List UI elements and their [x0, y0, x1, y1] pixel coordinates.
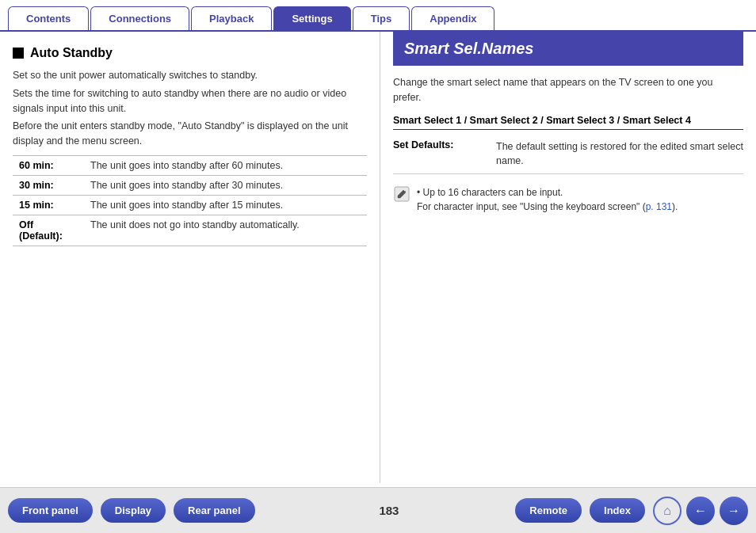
right-desc: Change the smart select name that appear… [393, 75, 743, 105]
standby-table: 60 min:The unit goes into standby after … [13, 155, 367, 246]
table-row: Off (Default):The unit does not go into … [13, 215, 367, 246]
front-panel-button[interactable]: Front panel [8, 498, 93, 523]
tab-playback[interactable]: Playback [191, 6, 272, 30]
pencil-icon [393, 185, 410, 203]
table-cell-value: The unit goes into standby after 15 minu… [84, 195, 367, 215]
tab-connections[interactable]: Connections [90, 6, 189, 30]
home-button[interactable]: ⌂ [653, 497, 682, 525]
table-row: 60 min:The unit goes into standby after … [13, 155, 367, 175]
index-button[interactable]: Index [590, 498, 645, 523]
tab-contents[interactable]: Contents [8, 6, 89, 30]
note-section: • Up to 16 characters can be input. For … [393, 185, 743, 214]
nav-icons: ⌂ ← → [653, 497, 748, 525]
left-panel: Auto Standby Set so the unit power autom… [0, 32, 380, 483]
table-row: 30 min:The unit goes into standby after … [13, 175, 367, 195]
section-desc-3: Before the unit enters standby mode, "Au… [13, 119, 367, 149]
tab-settings[interactable]: Settings [273, 6, 350, 30]
section-desc-1: Set so the unit power automatically swit… [13, 68, 367, 83]
top-navigation: Contents Connections Playback Settings T… [0, 0, 756, 32]
set-defaults-value: The default setting is restored for the … [496, 139, 743, 169]
page-number: 183 [263, 504, 516, 517]
table-cell-label: 15 min: [13, 195, 84, 215]
set-defaults-row: Set Defaults: The default setting is res… [393, 135, 743, 175]
table-row: 15 min:The unit goes into standby after … [13, 195, 367, 215]
rear-panel-button[interactable]: Rear panel [174, 498, 254, 523]
table-cell-label: Off (Default): [13, 215, 84, 246]
section-title: Auto Standby [13, 46, 367, 60]
note-end: ). [672, 201, 678, 212]
table-cell-value: The unit goes into standby after 30 minu… [84, 175, 367, 195]
section-title-text: Auto Standby [30, 46, 113, 60]
smart-title-bar: Smart Sel.Names [393, 32, 743, 66]
note-link[interactable]: p. 131 [646, 201, 672, 212]
right-panel: Smart Sel.Names Change the smart select … [380, 32, 756, 483]
note-link-prefix: For character input, see "Using the keyb… [417, 201, 646, 212]
display-button[interactable]: Display [101, 498, 166, 523]
forward-button[interactable]: → [720, 497, 748, 525]
table-cell-label: 60 min: [13, 155, 84, 175]
table-cell-label: 30 min: [13, 175, 84, 195]
smart-title-text: Smart Sel.Names [404, 40, 533, 57]
tab-appendix[interactable]: Appendix [411, 6, 494, 30]
bottom-bar: Front panel Display Rear panel 183 Remot… [0, 487, 756, 533]
back-button[interactable]: ← [686, 497, 715, 525]
table-cell-value: The unit does not go into standby automa… [84, 215, 367, 246]
section-desc-2: Sets the time for switching to auto stan… [13, 86, 367, 116]
note-text: • Up to 16 characters can be input. For … [417, 185, 678, 214]
tab-tips[interactable]: Tips [353, 6, 410, 30]
main-content: Auto Standby Set so the unit power autom… [0, 32, 756, 483]
note-bullet-text: Up to 16 characters can be input. [423, 187, 563, 198]
section-title-icon [13, 48, 24, 59]
table-cell-value: The unit goes into standby after 60 minu… [84, 155, 367, 175]
set-defaults-label: Set Defaults: [393, 139, 496, 169]
remote-button[interactable]: Remote [515, 498, 582, 523]
smart-select-header: Smart Select 1 / Smart Select 2 / Smart … [393, 115, 743, 130]
